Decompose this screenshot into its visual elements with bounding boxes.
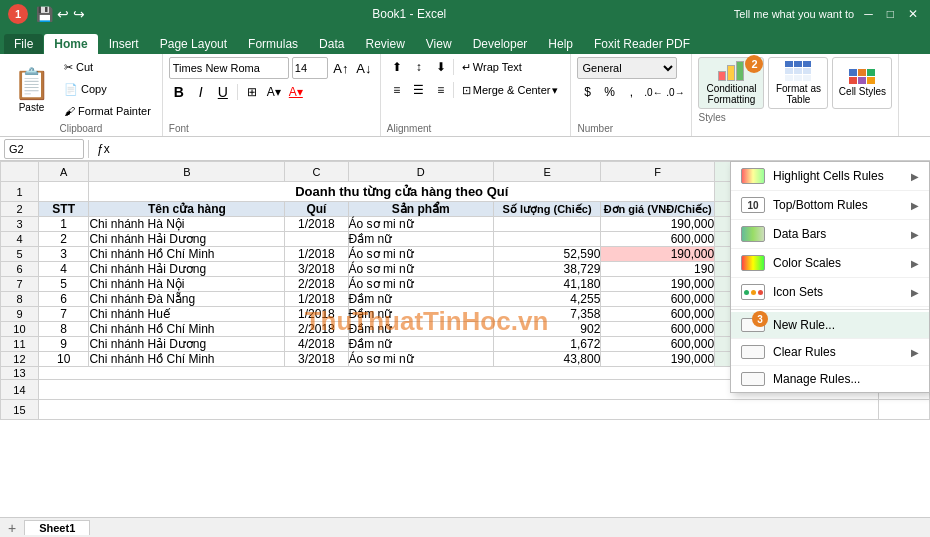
align-left-button[interactable]: ≡	[387, 80, 407, 100]
cell-d12[interactable]: Áo sơ mi nữ	[348, 352, 493, 367]
minimize-btn[interactable]: ─	[860, 7, 877, 21]
cell-e11[interactable]: 1,672	[493, 337, 600, 352]
cell-f8[interactable]: 600,000	[601, 292, 715, 307]
font-grow-button[interactable]: A↑	[331, 58, 351, 78]
cell-a8[interactable]: 6	[38, 292, 89, 307]
cell-a10[interactable]: 8	[38, 322, 89, 337]
increase-decimal-button[interactable]: .0→	[665, 82, 685, 102]
row-header-14[interactable]: 14	[1, 380, 39, 400]
dropdown-item-highlight[interactable]: Highlight Cells Rules ▶	[731, 162, 929, 191]
conditional-formatting-button[interactable]: Conditional Formatting 2	[698, 57, 764, 109]
cell-e12[interactable]: 43,800	[493, 352, 600, 367]
cell-f6[interactable]: 190	[601, 262, 715, 277]
cell-a12[interactable]: 10	[38, 352, 89, 367]
cell-e4[interactable]	[493, 232, 600, 247]
tab-developer[interactable]: Developer	[463, 34, 538, 54]
col-header-b[interactable]: B	[89, 162, 285, 182]
cell-b3[interactable]: Chi nhánh Hà Nội	[89, 217, 285, 232]
maximize-btn[interactable]: □	[883, 7, 898, 21]
cell-b8[interactable]: Chi nhánh Đà Nẵng	[89, 292, 285, 307]
cell-b5[interactable]: Chi nhánh Hồ Chí Minh	[89, 247, 285, 262]
row-header-4[interactable]: 4	[1, 232, 39, 247]
dollar-button[interactable]: $	[577, 82, 597, 102]
dropdown-item-newrule[interactable]: 3 New Rule...	[731, 312, 929, 338]
cell-c12[interactable]: 3/2018	[285, 352, 348, 367]
cell-e5[interactable]: 52,590	[493, 247, 600, 262]
tab-review[interactable]: Review	[355, 34, 414, 54]
cell-c8[interactable]: 1/2018	[285, 292, 348, 307]
cut-button[interactable]: ✂ Cut	[59, 57, 156, 77]
row-header-8[interactable]: 8	[1, 292, 39, 307]
cell-a5[interactable]: 3	[38, 247, 89, 262]
tab-file[interactable]: File	[4, 34, 43, 54]
cell-e3[interactable]	[493, 217, 600, 232]
formula-func-button[interactable]: ƒx	[93, 142, 114, 156]
row-header-9[interactable]: 9	[1, 307, 39, 322]
cell-a9[interactable]: 7	[38, 307, 89, 322]
dropdown-item-databars[interactable]: Data Bars ▶	[731, 220, 929, 249]
cell-a6[interactable]: 4	[38, 262, 89, 277]
row-header-15[interactable]: 15	[1, 400, 39, 420]
percent-button[interactable]: %	[599, 82, 619, 102]
format-painter-button[interactable]: 🖌 Format Painter	[59, 101, 156, 121]
cell-a2[interactable]: STT	[38, 202, 89, 217]
cell-d11[interactable]: Đầm nữ	[348, 337, 493, 352]
font-shrink-button[interactable]: A↓	[354, 58, 374, 78]
dropdown-item-iconsets[interactable]: Icon Sets ▶	[731, 278, 929, 307]
col-header-e[interactable]: E	[493, 162, 600, 182]
row-header-1[interactable]: 1	[1, 182, 39, 202]
cell-b12[interactable]: Chi nhánh Hồ Chí Minh	[89, 352, 285, 367]
col-header-d[interactable]: D	[348, 162, 493, 182]
font-size-input[interactable]	[292, 57, 328, 79]
add-sheet-button[interactable]: +	[0, 520, 24, 536]
align-bottom-button[interactable]: ⬇	[431, 57, 451, 77]
cell-d10[interactable]: Đầm nữ	[348, 322, 493, 337]
align-right-button[interactable]: ≡	[431, 80, 451, 100]
cell-e6[interactable]: 38,729	[493, 262, 600, 277]
row-header-11[interactable]: 11	[1, 337, 39, 352]
formula-input[interactable]	[118, 139, 926, 159]
cell-f11[interactable]: 600,000	[601, 337, 715, 352]
font-color-button[interactable]: A▾	[286, 82, 306, 102]
col-header-a[interactable]: A	[38, 162, 89, 182]
cell-b4[interactable]: Chi nhánh Hải Dương	[89, 232, 285, 247]
col-header-c[interactable]: C	[285, 162, 348, 182]
cell-e2[interactable]: Số lượng (Chiếc)	[493, 202, 600, 217]
name-box[interactable]	[4, 139, 84, 159]
cell-a11[interactable]: 9	[38, 337, 89, 352]
cell-e8[interactable]: 4,255	[493, 292, 600, 307]
cell-c2[interactable]: Quí	[285, 202, 348, 217]
row-header-2[interactable]: 2	[1, 202, 39, 217]
cell-f2[interactable]: Đơn giá (VNĐ/Chiếc)	[601, 202, 715, 217]
cell-d6[interactable]: Áo sơ mi nữ	[348, 262, 493, 277]
cell-d2[interactable]: Sản phẩm	[348, 202, 493, 217]
cell-a3[interactable]: 1	[38, 217, 89, 232]
row-header-3[interactable]: 3	[1, 217, 39, 232]
dropdown-item-topbottom[interactable]: 10 Top/Bottom Rules ▶	[731, 191, 929, 220]
tab-home[interactable]: Home	[44, 34, 97, 54]
cell-b10[interactable]: Chi nhánh Hồ Chí Minh	[89, 322, 285, 337]
cell-e10[interactable]: 902	[493, 322, 600, 337]
cell-c9[interactable]: 1/2018	[285, 307, 348, 322]
tab-foxit[interactable]: Foxit Reader PDF	[584, 34, 700, 54]
cell-a1[interactable]	[38, 182, 89, 202]
cell-c10[interactable]: 2/2018	[285, 322, 348, 337]
tab-data[interactable]: Data	[309, 34, 354, 54]
cell-a7[interactable]: 5	[38, 277, 89, 292]
cell-b9[interactable]: Chi nhánh Huế	[89, 307, 285, 322]
dropdown-item-managerules[interactable]: Manage Rules...	[731, 365, 929, 392]
cell-c5[interactable]: 1/2018	[285, 247, 348, 262]
row-header-5[interactable]: 5	[1, 247, 39, 262]
dropdown-item-colorscales[interactable]: Color Scales ▶	[731, 249, 929, 278]
col-header-f[interactable]: F	[601, 162, 715, 182]
cell-c4[interactable]	[285, 232, 348, 247]
cell-f12[interactable]: 190,000	[601, 352, 715, 367]
sheet-tab-1[interactable]: Sheet1	[24, 520, 90, 535]
cell-a4[interactable]: 2	[38, 232, 89, 247]
wrap-text-button[interactable]: ↵Wrap Text	[456, 58, 528, 77]
cell-d9[interactable]: Đầm nữ	[348, 307, 493, 322]
border-button[interactable]: ⊞	[242, 82, 262, 102]
fill-color-button[interactable]: A▾	[264, 82, 284, 102]
cell-b7[interactable]: Chi nhánh Hà Nội	[89, 277, 285, 292]
cell-d7[interactable]: Áo sơ mi nữ	[348, 277, 493, 292]
